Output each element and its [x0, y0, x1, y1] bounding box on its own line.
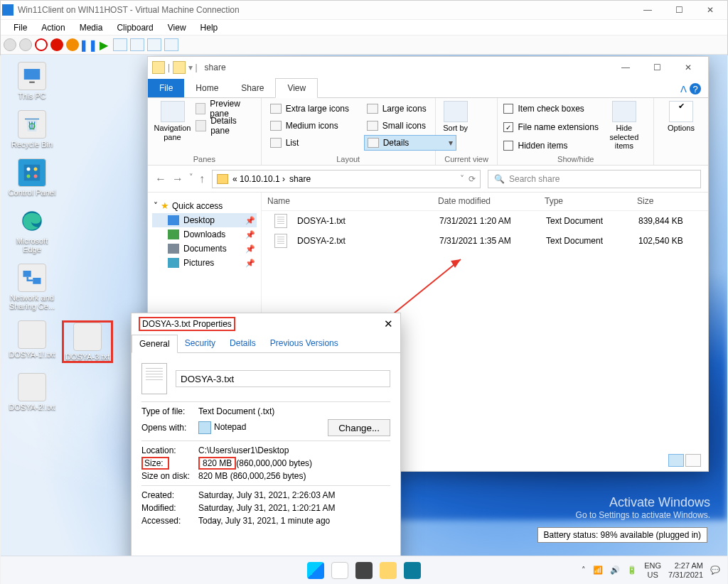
menu-clipboard[interactable]: Clipboard	[109, 23, 160, 33]
up-button[interactable]: ↑	[199, 173, 205, 185]
notifications-icon[interactable]: 💬	[710, 566, 720, 575]
nav-pictures[interactable]: Pictures📌	[152, 256, 257, 270]
tab-home[interactable]: Home	[184, 79, 230, 97]
file-row[interactable]: DOSYA-1.txt 7/31/2021 1:20 AM Text Docum…	[262, 211, 708, 231]
menu-file[interactable]: File	[6, 23, 34, 33]
menu-view[interactable]: View	[161, 23, 193, 33]
file-row[interactable]: DOSYA-2.txt 7/31/2021 1:35 AM Text Docum…	[262, 231, 708, 251]
layout-medium[interactable]: Medium icons	[267, 118, 360, 134]
enhanced-session-icon[interactable]	[147, 38, 161, 51]
share-icon[interactable]	[164, 38, 178, 51]
col-date[interactable]: Date modified	[432, 193, 539, 210]
start-button[interactable]	[307, 562, 324, 579]
col-size[interactable]: Size	[631, 193, 708, 210]
minimize-button[interactable]: —	[632, 1, 663, 19]
back-button[interactable]: ←	[155, 173, 166, 185]
file-name-extensions-toggle[interactable]: File name extensions	[503, 119, 598, 135]
group-by-icon[interactable]	[474, 102, 491, 115]
folder-icon[interactable]	[173, 61, 186, 74]
vm-titlebar[interactable]: Win11Client on WIN11HOST - Virtual Machi…	[1, 1, 727, 19]
microsoft-edge-icon[interactable]: Microsoft Edge	[6, 207, 58, 254]
control-panel-icon[interactable]: Control Panel	[6, 158, 58, 197]
address-box[interactable]: « 10.10.10.1 › share ˅ ⟳	[212, 170, 481, 188]
col-name[interactable]: Name	[262, 193, 432, 210]
search-button[interactable]	[331, 562, 348, 579]
sort-by-button[interactable]: Sort by	[441, 101, 470, 133]
search-input[interactable]: 🔍 Search share	[488, 170, 701, 188]
history-chevron-icon[interactable]: ˅	[189, 173, 193, 185]
details-pane-button[interactable]: Details pane	[196, 118, 255, 134]
ctrl-alt-del-icon[interactable]	[4, 38, 16, 51]
navigation-pane-button[interactable]: Navigation pane	[154, 101, 191, 141]
desktop-file-dosya3[interactable]: DOSYA-3.txt	[62, 320, 113, 363]
system-tray[interactable]: ˄ 📶 🔊 🔋 ENGUS 2:27 AM7/31/2021 💬	[582, 561, 720, 578]
forward-button[interactable]: →	[172, 173, 183, 185]
tab-share[interactable]: Share	[230, 79, 275, 97]
this-pc-icon[interactable]: This PC	[6, 62, 58, 100]
tab-security[interactable]: Security	[178, 335, 223, 352]
chevron-down-icon[interactable]: ▾ |	[188, 63, 197, 72]
volume-tray-icon[interactable]: 🔊	[610, 566, 620, 575]
tab-details[interactable]: Details	[223, 335, 263, 352]
taskbar[interactable]: ˄ 📶 🔊 🔋 ENGUS 2:27 AM7/31/2021 💬	[1, 556, 727, 584]
add-columns-icon[interactable]	[474, 118, 491, 131]
menu-action[interactable]: Action	[34, 23, 72, 33]
desktop-file-dosya2[interactable]: DOSYA-2!.txt	[6, 373, 58, 411]
minimize-button[interactable]: —	[610, 57, 641, 78]
icons-view-button[interactable]	[685, 454, 701, 467]
chevron-up-icon[interactable]: ᐱ	[680, 84, 687, 94]
refresh-button[interactable]: ⟳	[469, 174, 476, 184]
edge-taskbar-icon[interactable]	[404, 562, 421, 579]
menu-help[interactable]: Help	[193, 23, 225, 33]
layout-list[interactable]: List	[267, 135, 360, 151]
explorer-taskbar-icon[interactable]	[380, 562, 397, 579]
preview-pane-button[interactable]: Preview pane	[196, 101, 255, 117]
maximize-button[interactable]: ☐	[641, 57, 673, 78]
chevron-down-icon[interactable]: ˅	[460, 174, 464, 184]
toolbar-btn[interactable]	[19, 38, 32, 51]
layout-extra-large[interactable]: Extra large icons	[267, 101, 360, 117]
battery-tray-icon[interactable]: 🔋	[627, 566, 637, 575]
tray-chevron-icon[interactable]: ˄	[582, 566, 586, 575]
close-button[interactable]: ✕	[695, 1, 726, 19]
quick-access-header[interactable]: ˅★Quick access	[152, 198, 257, 213]
details-view-button[interactable]	[668, 454, 684, 467]
breadcrumb-item[interactable]: share	[289, 174, 311, 184]
network-sharing-icon[interactable]: Network and Sharing Ce...	[6, 264, 58, 310]
breadcrumb-prefix[interactable]: « 10.10.10.1 ›	[232, 174, 285, 184]
filename-input[interactable]	[176, 370, 390, 387]
properties-titlebar[interactable]: DOSYA-3.txt Properties ✕	[132, 313, 400, 335]
tab-previous-versions[interactable]: Previous Versions	[263, 335, 346, 352]
hidden-items-toggle[interactable]: Hidden items	[503, 138, 598, 153]
tab-file[interactable]: File	[148, 79, 184, 97]
recycle-bin-icon[interactable]: Recycle Bin	[6, 110, 58, 148]
start-icon[interactable]: ▶	[97, 38, 110, 51]
col-type[interactable]: Type	[539, 193, 631, 210]
options-button[interactable]: ✔Options	[660, 101, 702, 133]
language-indicator[interactable]: ENGUS	[644, 561, 661, 578]
size-columns-icon[interactable]	[474, 134, 491, 146]
maximize-button[interactable]: ☐	[663, 1, 695, 19]
close-button[interactable]: ✕	[384, 318, 393, 330]
network-tray-icon[interactable]: 📶	[593, 566, 603, 575]
change-button[interactable]: Change...	[328, 419, 390, 436]
taskview-button[interactable]	[355, 562, 373, 579]
close-button[interactable]: ✕	[673, 57, 704, 78]
properties-dialog[interactable]: DOSYA-3.txt Properties ✕ General Securit…	[131, 313, 401, 575]
tab-view[interactable]: View	[275, 78, 318, 98]
menu-media[interactable]: Media	[73, 23, 110, 33]
item-check-boxes-toggle[interactable]: Item check boxes	[503, 101, 598, 117]
nav-desktop[interactable]: Desktop📌	[152, 213, 257, 227]
clock[interactable]: 2:27 AM7/31/2021	[668, 561, 703, 578]
checkpoint-icon[interactable]	[113, 38, 127, 51]
hide-selected-button[interactable]: Hide selected items	[603, 101, 646, 151]
desktop-file-dosya1[interactable]: DOSYA-1!.txt	[6, 320, 58, 363]
shutdown-icon[interactable]	[50, 38, 63, 51]
tab-general[interactable]: General	[132, 335, 178, 353]
explorer-titlebar[interactable]: | ▾ | share — ☐ ✕	[148, 57, 708, 78]
nav-documents[interactable]: Documents📌	[152, 242, 257, 256]
turn-off-icon[interactable]	[35, 38, 48, 51]
pause-icon[interactable]: ❚❚	[82, 38, 95, 51]
nav-downloads[interactable]: Downloads📌	[152, 227, 257, 242]
ribbon-help[interactable]: ᐱ?	[673, 80, 708, 97]
